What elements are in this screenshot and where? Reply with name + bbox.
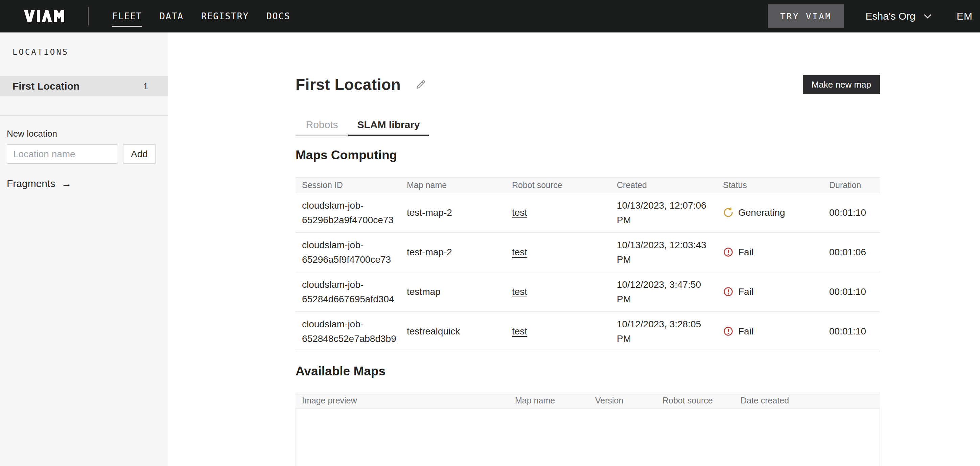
location-robot-count: 1 — [143, 81, 148, 92]
available-maps-heading: Available Maps — [296, 364, 880, 379]
tab-robots[interactable]: Robots — [296, 115, 348, 136]
maps-computing-heading: Maps Computing — [296, 148, 880, 162]
column-header-duration: Duration — [829, 180, 880, 190]
status-label: Generating — [738, 205, 785, 220]
created-cell: 10/12/2023, 3:47:50 PM — [617, 277, 723, 307]
viam-app-screen: FLEET DATA REGISTRY DOCS TRY VIAM Esha's… — [0, 0, 980, 466]
location-name: First Location — [13, 81, 80, 92]
maps-computing-table: Session ID Map name Robot source Created… — [296, 177, 880, 351]
new-location-label: New location — [7, 129, 168, 139]
location-name-input[interactable] — [7, 145, 117, 164]
status-cell: Fail — [723, 285, 829, 299]
available-maps-header-row: Image preview Map name Version Robot sou… — [296, 393, 880, 409]
sidebar-item-first-location[interactable]: First Location 1 — [0, 76, 168, 96]
maps-computing-row: cloudslam-job-65296b2a9f4700ce73 test-ma… — [296, 193, 880, 233]
fragments-link[interactable]: Fragments → — [7, 178, 72, 189]
duration-cell: 00:01:06 — [829, 245, 880, 259]
column-header-session-id: Session ID — [302, 180, 407, 190]
new-location-form: Add — [7, 145, 168, 164]
fail-icon — [723, 286, 733, 297]
maps-computing-row: cloudslam-job-65296a5f9f4700ce73 test-ma… — [296, 233, 880, 272]
nav-item-registry[interactable]: REGISTRY — [201, 11, 249, 21]
created-cell: 10/13/2023, 12:07:06 PM — [617, 198, 723, 227]
chevron-down-icon — [924, 14, 932, 19]
status-label: Fail — [738, 324, 753, 339]
arrow-right-icon: → — [61, 178, 72, 189]
column-header-robot-source: Robot source — [662, 396, 741, 406]
org-switcher[interactable]: Esha's Org — [866, 11, 932, 22]
robot-source-link[interactable]: test — [512, 326, 527, 337]
duration-cell: 00:01:10 — [829, 205, 880, 220]
created-cell: 10/13/2023, 12:03:43 PM — [617, 238, 723, 267]
column-header-status: Status — [723, 180, 829, 190]
maps-computing-row: cloudslam-job-65284d667695afd304 testmap… — [296, 272, 880, 312]
viam-logo[interactable] — [22, 10, 67, 23]
available-maps-empty-body — [296, 409, 880, 466]
org-name: Esha's Org — [866, 11, 915, 22]
nav-right-cluster: TRY VIAM Esha's Org EM — [768, 5, 972, 28]
nav-item-docs[interactable]: DOCS — [266, 11, 291, 21]
page-title: First Location — [296, 75, 401, 94]
fragments-label: Fragments — [7, 178, 55, 189]
column-header-version: Version — [595, 396, 662, 406]
column-header-created: Created — [617, 180, 723, 190]
column-header-date-created: Date created — [741, 396, 880, 406]
location-tabs: Robots SLAM library — [296, 115, 880, 136]
page-title-row: First Location Make new map — [296, 75, 880, 94]
viam-logo-icon — [22, 10, 67, 23]
map-name-cell: test-map-2 — [407, 245, 512, 259]
status-cell: Fail — [723, 324, 829, 339]
status-cell: Fail — [723, 245, 829, 259]
status-label: Fail — [738, 245, 753, 259]
map-name-cell: testrealquick — [407, 324, 512, 339]
main-content: First Location Make new map Robots SLAM … — [168, 32, 980, 466]
column-header-map-name: Map name — [515, 396, 595, 406]
column-header-robot-source: Robot source — [512, 180, 617, 190]
tab-slam-library[interactable]: SLAM library — [348, 115, 429, 136]
map-name-cell: testmap — [407, 285, 512, 299]
fail-icon — [723, 326, 733, 337]
locations-heading: LOCATIONS — [13, 47, 168, 57]
robot-source-link[interactable]: test — [512, 247, 527, 258]
user-initials-avatar[interactable]: EM — [957, 11, 972, 22]
make-new-map-button[interactable]: Make new map — [803, 75, 880, 94]
sidebar-divider — [0, 115, 168, 116]
nav-item-fleet[interactable]: FLEET — [112, 11, 142, 21]
primary-nav: FLEET DATA REGISTRY DOCS — [112, 11, 291, 21]
session-id-cell: cloudslam-job-652848c52e7ab8d3b9 — [302, 317, 407, 346]
generating-icon — [723, 207, 733, 218]
maps-computing-header-row: Session ID Map name Robot source Created… — [296, 178, 880, 193]
session-id-cell: cloudslam-job-65296a5f9f4700ce73 — [302, 238, 407, 267]
status-label: Fail — [738, 285, 753, 299]
session-id-cell: cloudslam-job-65284d667695afd304 — [302, 277, 407, 307]
created-cell: 10/12/2023, 3:28:05 PM — [617, 317, 723, 346]
available-maps-table: Image preview Map name Version Robot sou… — [296, 393, 880, 466]
map-name-cell: test-map-2 — [407, 205, 512, 220]
locations-sidebar: LOCATIONS First Location 1 New location … — [0, 32, 168, 466]
robot-source-link[interactable]: test — [512, 286, 527, 297]
try-viam-button[interactable]: TRY VIAM — [768, 5, 844, 28]
nav-divider — [88, 7, 89, 25]
column-header-map-name: Map name — [407, 180, 512, 190]
maps-computing-row: cloudslam-job-652848c52e7ab8d3b9 testrea… — [296, 312, 880, 351]
column-header-image-preview: Image preview — [302, 396, 515, 406]
status-cell: Generating — [723, 205, 829, 220]
edit-location-name-icon[interactable] — [415, 79, 426, 90]
session-id-cell: cloudslam-job-65296b2a9f4700ce73 — [302, 198, 407, 227]
duration-cell: 00:01:10 — [829, 324, 880, 339]
robot-source-link[interactable]: test — [512, 207, 527, 218]
fail-icon — [723, 247, 733, 258]
duration-cell: 00:01:10 — [829, 285, 880, 299]
add-location-button[interactable]: Add — [123, 145, 156, 164]
top-nav-bar: FLEET DATA REGISTRY DOCS TRY VIAM Esha's… — [0, 0, 980, 32]
nav-item-data[interactable]: DATA — [160, 11, 184, 21]
